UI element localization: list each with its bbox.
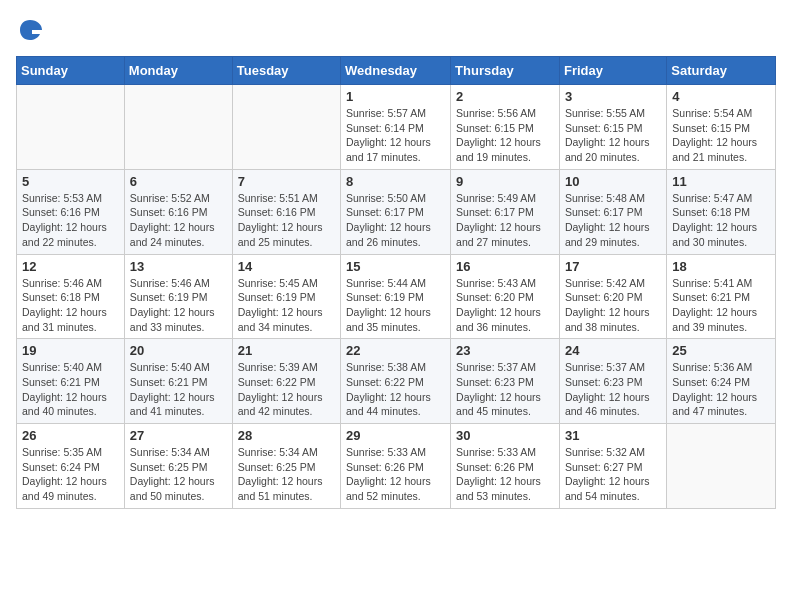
calendar-cell: 3Sunrise: 5:55 AM Sunset: 6:15 PM Daylig… [559,85,666,170]
day-info: Sunrise: 5:36 AM Sunset: 6:24 PM Dayligh… [672,360,770,419]
day-number: 24 [565,343,661,358]
day-info: Sunrise: 5:42 AM Sunset: 6:20 PM Dayligh… [565,276,661,335]
day-info: Sunrise: 5:45 AM Sunset: 6:19 PM Dayligh… [238,276,335,335]
logo-icon [16,16,44,44]
calendar-cell: 30Sunrise: 5:33 AM Sunset: 6:26 PM Dayli… [451,424,560,509]
header-day-monday: Monday [124,57,232,85]
calendar-body: 1Sunrise: 5:57 AM Sunset: 6:14 PM Daylig… [17,85,776,509]
day-info: Sunrise: 5:38 AM Sunset: 6:22 PM Dayligh… [346,360,445,419]
day-info: Sunrise: 5:46 AM Sunset: 6:19 PM Dayligh… [130,276,227,335]
day-number: 23 [456,343,554,358]
calendar-cell [232,85,340,170]
calendar-cell: 13Sunrise: 5:46 AM Sunset: 6:19 PM Dayli… [124,254,232,339]
day-number: 9 [456,174,554,189]
day-number: 22 [346,343,445,358]
calendar-cell: 28Sunrise: 5:34 AM Sunset: 6:25 PM Dayli… [232,424,340,509]
day-number: 13 [130,259,227,274]
day-number: 3 [565,89,661,104]
page-header [16,16,776,44]
day-info: Sunrise: 5:50 AM Sunset: 6:17 PM Dayligh… [346,191,445,250]
day-number: 20 [130,343,227,358]
calendar-cell: 12Sunrise: 5:46 AM Sunset: 6:18 PM Dayli… [17,254,125,339]
calendar-cell: 25Sunrise: 5:36 AM Sunset: 6:24 PM Dayli… [667,339,776,424]
day-info: Sunrise: 5:55 AM Sunset: 6:15 PM Dayligh… [565,106,661,165]
day-info: Sunrise: 5:34 AM Sunset: 6:25 PM Dayligh… [130,445,227,504]
calendar-cell: 18Sunrise: 5:41 AM Sunset: 6:21 PM Dayli… [667,254,776,339]
day-number: 17 [565,259,661,274]
calendar-cell: 29Sunrise: 5:33 AM Sunset: 6:26 PM Dayli… [341,424,451,509]
day-info: Sunrise: 5:34 AM Sunset: 6:25 PM Dayligh… [238,445,335,504]
day-info: Sunrise: 5:35 AM Sunset: 6:24 PM Dayligh… [22,445,119,504]
day-number: 14 [238,259,335,274]
calendar-cell: 15Sunrise: 5:44 AM Sunset: 6:19 PM Dayli… [341,254,451,339]
calendar-cell: 22Sunrise: 5:38 AM Sunset: 6:22 PM Dayli… [341,339,451,424]
day-number: 1 [346,89,445,104]
day-info: Sunrise: 5:47 AM Sunset: 6:18 PM Dayligh… [672,191,770,250]
day-number: 4 [672,89,770,104]
calendar-cell: 6Sunrise: 5:52 AM Sunset: 6:16 PM Daylig… [124,169,232,254]
day-number: 10 [565,174,661,189]
day-info: Sunrise: 5:52 AM Sunset: 6:16 PM Dayligh… [130,191,227,250]
calendar-cell: 21Sunrise: 5:39 AM Sunset: 6:22 PM Dayli… [232,339,340,424]
day-number: 11 [672,174,770,189]
calendar-cell: 10Sunrise: 5:48 AM Sunset: 6:17 PM Dayli… [559,169,666,254]
day-info: Sunrise: 5:56 AM Sunset: 6:15 PM Dayligh… [456,106,554,165]
day-number: 27 [130,428,227,443]
calendar-cell: 2Sunrise: 5:56 AM Sunset: 6:15 PM Daylig… [451,85,560,170]
calendar-cell [17,85,125,170]
day-number: 18 [672,259,770,274]
calendar-week-5: 26Sunrise: 5:35 AM Sunset: 6:24 PM Dayli… [17,424,776,509]
day-number: 7 [238,174,335,189]
day-info: Sunrise: 5:48 AM Sunset: 6:17 PM Dayligh… [565,191,661,250]
calendar-table: SundayMondayTuesdayWednesdayThursdayFrid… [16,56,776,509]
calendar-week-4: 19Sunrise: 5:40 AM Sunset: 6:21 PM Dayli… [17,339,776,424]
header-row: SundayMondayTuesdayWednesdayThursdayFrid… [17,57,776,85]
day-info: Sunrise: 5:44 AM Sunset: 6:19 PM Dayligh… [346,276,445,335]
day-number: 28 [238,428,335,443]
calendar-cell: 11Sunrise: 5:47 AM Sunset: 6:18 PM Dayli… [667,169,776,254]
day-info: Sunrise: 5:49 AM Sunset: 6:17 PM Dayligh… [456,191,554,250]
day-info: Sunrise: 5:53 AM Sunset: 6:16 PM Dayligh… [22,191,119,250]
day-info: Sunrise: 5:32 AM Sunset: 6:27 PM Dayligh… [565,445,661,504]
header-day-saturday: Saturday [667,57,776,85]
calendar-cell: 20Sunrise: 5:40 AM Sunset: 6:21 PM Dayli… [124,339,232,424]
header-day-wednesday: Wednesday [341,57,451,85]
calendar-cell: 7Sunrise: 5:51 AM Sunset: 6:16 PM Daylig… [232,169,340,254]
calendar-cell: 31Sunrise: 5:32 AM Sunset: 6:27 PM Dayli… [559,424,666,509]
day-info: Sunrise: 5:43 AM Sunset: 6:20 PM Dayligh… [456,276,554,335]
day-info: Sunrise: 5:39 AM Sunset: 6:22 PM Dayligh… [238,360,335,419]
calendar-week-3: 12Sunrise: 5:46 AM Sunset: 6:18 PM Dayli… [17,254,776,339]
day-number: 16 [456,259,554,274]
calendar-cell [124,85,232,170]
calendar-cell: 16Sunrise: 5:43 AM Sunset: 6:20 PM Dayli… [451,254,560,339]
day-number: 2 [456,89,554,104]
day-number: 15 [346,259,445,274]
day-info: Sunrise: 5:54 AM Sunset: 6:15 PM Dayligh… [672,106,770,165]
header-day-tuesday: Tuesday [232,57,340,85]
day-number: 29 [346,428,445,443]
day-info: Sunrise: 5:33 AM Sunset: 6:26 PM Dayligh… [456,445,554,504]
day-number: 30 [456,428,554,443]
logo [16,16,48,44]
calendar-cell: 14Sunrise: 5:45 AM Sunset: 6:19 PM Dayli… [232,254,340,339]
header-day-friday: Friday [559,57,666,85]
calendar-cell: 8Sunrise: 5:50 AM Sunset: 6:17 PM Daylig… [341,169,451,254]
day-info: Sunrise: 5:37 AM Sunset: 6:23 PM Dayligh… [456,360,554,419]
day-number: 12 [22,259,119,274]
day-info: Sunrise: 5:40 AM Sunset: 6:21 PM Dayligh… [130,360,227,419]
day-number: 6 [130,174,227,189]
day-info: Sunrise: 5:40 AM Sunset: 6:21 PM Dayligh… [22,360,119,419]
day-number: 8 [346,174,445,189]
calendar-cell: 19Sunrise: 5:40 AM Sunset: 6:21 PM Dayli… [17,339,125,424]
day-number: 25 [672,343,770,358]
day-info: Sunrise: 5:33 AM Sunset: 6:26 PM Dayligh… [346,445,445,504]
calendar-cell [667,424,776,509]
calendar-week-2: 5Sunrise: 5:53 AM Sunset: 6:16 PM Daylig… [17,169,776,254]
day-info: Sunrise: 5:41 AM Sunset: 6:21 PM Dayligh… [672,276,770,335]
day-number: 31 [565,428,661,443]
calendar-cell: 26Sunrise: 5:35 AM Sunset: 6:24 PM Dayli… [17,424,125,509]
calendar-cell: 24Sunrise: 5:37 AM Sunset: 6:23 PM Dayli… [559,339,666,424]
header-day-thursday: Thursday [451,57,560,85]
calendar-cell: 1Sunrise: 5:57 AM Sunset: 6:14 PM Daylig… [341,85,451,170]
day-number: 5 [22,174,119,189]
